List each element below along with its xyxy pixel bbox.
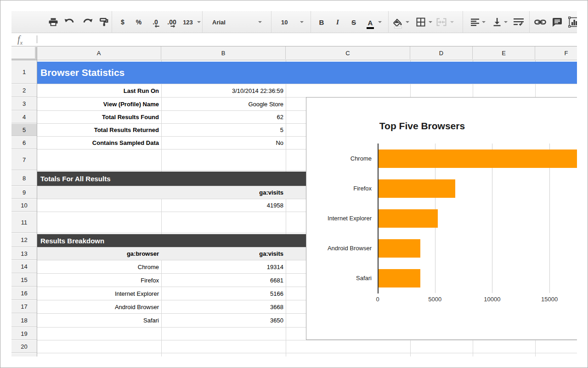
- toolbar-separator: [311, 11, 311, 33]
- column-header-b[interactable]: B: [161, 46, 286, 59]
- row-header-14[interactable]: 14: [11, 260, 37, 273]
- breakdown-visits-cell[interactable]: 3668: [161, 300, 286, 313]
- row-header-9[interactable]: 9: [11, 186, 37, 199]
- breakdown-visits-cell[interactable]: 19314: [161, 260, 286, 273]
- chevron-down-icon[interactable]: [450, 21, 454, 23]
- chart-bar-safari: [379, 269, 420, 288]
- chevron-down-icon[interactable]: [482, 21, 486, 23]
- row-header-20[interactable]: 20: [11, 340, 37, 353]
- font-family-select[interactable]: Arial: [202, 11, 271, 33]
- row-header-19[interactable]: 19: [11, 328, 37, 340]
- info-value-cell[interactable]: 62: [161, 111, 286, 123]
- merge-cells-button[interactable]: [435, 11, 447, 33]
- column-header-c[interactable]: C: [286, 46, 410, 59]
- chevron-down-icon[interactable]: [406, 21, 409, 23]
- redo-button[interactable]: [82, 11, 94, 33]
- strikethrough-button[interactable]: S: [348, 11, 359, 33]
- row-header-6[interactable]: 6: [11, 137, 37, 149]
- fill-color-swatch: [394, 27, 402, 29]
- info-value-cell[interactable]: Google Store: [161, 98, 286, 110]
- row-header-5[interactable]: 5: [11, 124, 37, 136]
- row-header-17[interactable]: 17: [11, 300, 37, 313]
- chevron-down-icon[interactable]: [504, 21, 508, 23]
- breakdown-browser-cell[interactable]: Safari: [37, 314, 161, 327]
- row-header-10[interactable]: 10: [11, 199, 37, 212]
- row-header-11[interactable]: 11: [11, 212, 37, 233]
- chevron-down-icon: [300, 21, 304, 23]
- text-color-button[interactable]: A: [365, 11, 376, 33]
- embedded-chart[interactable]: Top Five Browsers 050001000015000ChromeF…: [306, 97, 577, 340]
- totals-value-cell[interactable]: 41958: [161, 199, 286, 212]
- number-format-button[interactable]: 123: [180, 11, 196, 33]
- paint-format-icon: [99, 17, 109, 27]
- row-header-1[interactable]: 1: [11, 60, 37, 84]
- row-header-15[interactable]: 15: [11, 274, 37, 287]
- column-header-e[interactable]: E: [473, 46, 535, 59]
- row-header-12[interactable]: 12: [11, 233, 37, 247]
- select-all-corner[interactable]: [11, 47, 37, 60]
- info-label-cell[interactable]: View (Profile) Name: [37, 98, 161, 110]
- borders-button[interactable]: [415, 11, 426, 33]
- formula-bar[interactable]: fx: [11, 34, 577, 46]
- row-header-13[interactable]: 13: [11, 247, 37, 260]
- fill-color-button[interactable]: [392, 11, 403, 33]
- breakdown-browser-cell[interactable]: Chrome: [37, 260, 161, 273]
- totals-column-header-cell[interactable]: ga:visits: [161, 186, 286, 199]
- info-value-cell[interactable]: No: [161, 137, 286, 149]
- insert-link-button[interactable]: [534, 11, 546, 33]
- insert-chart-button[interactable]: [568, 11, 577, 33]
- percent-format-button[interactable]: %: [133, 11, 144, 33]
- italic-label: I: [336, 18, 339, 26]
- decrease-decimal-button[interactable]: .0: [149, 11, 162, 33]
- info-label-cell[interactable]: Last Run On: [37, 84, 161, 97]
- info-label-cell[interactable]: Total Results Found: [37, 111, 161, 123]
- column-header-a[interactable]: A: [37, 46, 161, 59]
- currency-format-button[interactable]: $: [117, 11, 128, 33]
- vertical-align-button[interactable]: [492, 11, 503, 33]
- breakdown-column-header-cell[interactable]: ga:visits: [161, 247, 286, 260]
- paint-format-button[interactable]: [99, 11, 110, 33]
- column-header-d[interactable]: D: [410, 46, 473, 59]
- increase-decimal-button[interactable]: .00: [164, 11, 179, 33]
- info-value-cell[interactable]: 3/10/2014 22:36:59: [161, 84, 286, 97]
- breakdown-visits-cell[interactable]: 3650: [161, 314, 286, 327]
- row-header-8[interactable]: 8: [11, 171, 37, 186]
- horizontal-align-button[interactable]: [469, 11, 481, 33]
- row-header-2[interactable]: 2: [11, 84, 37, 97]
- fill-color-icon: [393, 19, 402, 26]
- chevron-down-icon[interactable]: [378, 21, 382, 23]
- breakdown-browser-cell[interactable]: Android Browser: [37, 300, 161, 313]
- font-size-select[interactable]: 10: [271, 11, 311, 33]
- breakdown-browser-cell[interactable]: Firefox: [37, 274, 161, 287]
- row-header-18[interactable]: 18: [11, 314, 37, 327]
- print-button[interactable]: [48, 11, 59, 33]
- toolbar: $ % .0 .00: [11, 11, 577, 33]
- info-label-cell[interactable]: Contains Sampled Data: [37, 137, 161, 149]
- undo-button[interactable]: [63, 11, 75, 33]
- breakdown-column-header-cell[interactable]: ga:browser: [37, 247, 161, 260]
- info-label-cell[interactable]: Total Results Returned: [37, 124, 161, 136]
- bold-button[interactable]: B: [316, 11, 327, 33]
- chart-title: Top Five Browsers: [376, 121, 468, 132]
- breakdown-visits-cell[interactable]: 6681: [161, 274, 286, 287]
- chevron-down-icon[interactable]: [429, 21, 432, 23]
- breakdown-browser-cell[interactable]: Internet Explorer: [37, 287, 161, 300]
- column-header-f[interactable]: F: [535, 46, 577, 59]
- row-header-7[interactable]: 7: [11, 150, 37, 170]
- text-wrap-button[interactable]: [513, 11, 525, 33]
- row-header-3[interactable]: 3: [11, 98, 37, 110]
- row-header-4[interactable]: 4: [11, 111, 37, 123]
- fx-icon: fx: [17, 34, 31, 45]
- italic-button[interactable]: I: [332, 11, 343, 33]
- percent-label: %: [136, 18, 141, 26]
- print-icon: [48, 17, 58, 27]
- breakdown-visits-cell[interactable]: 5166: [161, 287, 286, 300]
- chart-category-label: Safari: [309, 275, 372, 282]
- row-header-21[interactable]: [11, 353, 37, 356]
- insert-comment-button[interactable]: [552, 11, 563, 33]
- formula-input[interactable]: [40, 34, 545, 46]
- chart-axis-tick-label: 0: [364, 296, 391, 303]
- info-value-cell[interactable]: 5: [161, 124, 286, 136]
- number-format-label: 123: [183, 19, 193, 26]
- row-header-16[interactable]: 16: [11, 287, 37, 300]
